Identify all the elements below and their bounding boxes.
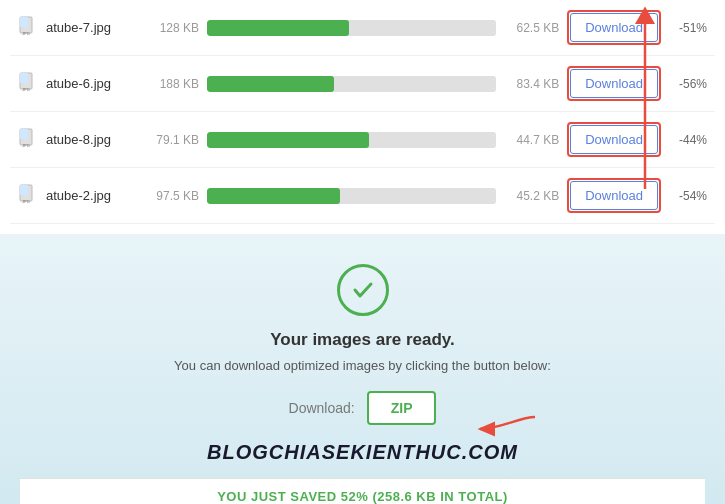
file-name: atube-8.jpg: [46, 132, 136, 147]
svg-rect-4: [20, 73, 28, 83]
file-name: atube-6.jpg: [46, 76, 136, 91]
blog-name: BLOGCHIASEKIENTHUC.COM: [20, 441, 705, 464]
file-icon: JPG: [18, 128, 38, 152]
orig-size: 188 KB: [144, 77, 199, 91]
svg-text:JPG: JPG: [22, 199, 30, 204]
ready-title: Your images are ready.: [20, 330, 705, 350]
new-size: 83.4 KB: [504, 77, 559, 91]
progress-bar: [207, 188, 496, 204]
file-name: atube-2.jpg: [46, 188, 136, 203]
zip-button[interactable]: ZIP: [367, 391, 437, 425]
svg-rect-1: [20, 17, 28, 27]
progress-bar: [207, 20, 496, 36]
checkmark-icon: [350, 277, 376, 303]
progress-bar: [207, 76, 496, 92]
bottom-section: Your images are ready. You can download …: [0, 234, 725, 504]
svg-text:JPG: JPG: [22, 143, 30, 148]
svg-text:JPG: JPG: [22, 31, 30, 36]
file-icon: JPG: [18, 184, 38, 208]
svg-rect-7: [20, 129, 28, 139]
check-circle: [337, 264, 389, 316]
file-list: JPGatube-7.jpg128 KB62.5 KBDownload-51%J…: [0, 0, 725, 224]
red-arrow-up-icon: [595, 4, 675, 194]
file-icon: JPG: [18, 16, 38, 40]
orig-size: 79.1 KB: [144, 133, 199, 147]
download-label: Download:: [289, 400, 355, 416]
ready-subtitle: You can download optimized images by cli…: [20, 358, 705, 373]
orig-size: 128 KB: [144, 21, 199, 35]
new-size: 62.5 KB: [504, 21, 559, 35]
svg-rect-10: [20, 185, 28, 195]
new-size: 45.2 KB: [504, 189, 559, 203]
progress-bar: [207, 132, 496, 148]
saved-banner: YOU JUST SAVED 52% (258.6 KB IN TOTAL): [20, 478, 705, 504]
file-icon: JPG: [18, 72, 38, 96]
new-size: 44.7 KB: [504, 133, 559, 147]
orig-size: 97.5 KB: [144, 189, 199, 203]
file-name: atube-7.jpg: [46, 20, 136, 35]
svg-text:JPG: JPG: [22, 87, 30, 92]
